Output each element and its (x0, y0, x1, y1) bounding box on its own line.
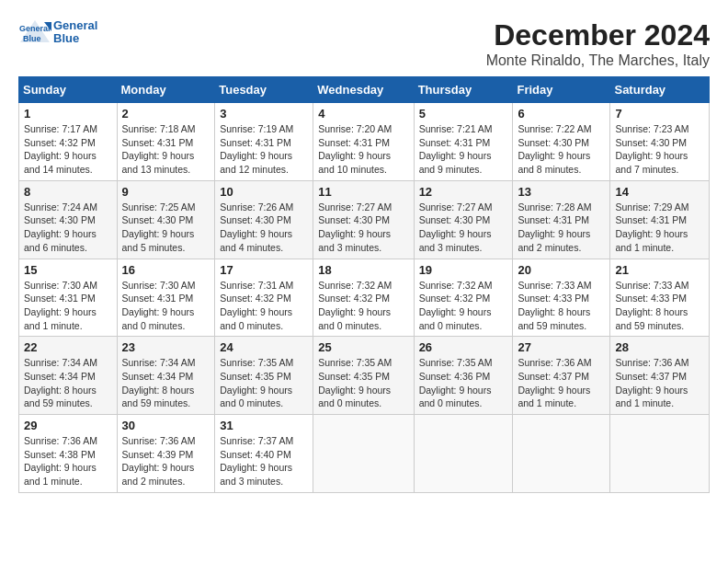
day-detail: Sunrise: 7:31 AMSunset: 4:32 PMDaylight:… (220, 280, 293, 331)
day-detail: Sunrise: 7:27 AMSunset: 4:30 PMDaylight:… (419, 201, 493, 253)
day-cell: 4 Sunrise: 7:20 AMSunset: 4:31 PMDayligh… (313, 103, 414, 181)
day-number: 7 (615, 107, 704, 121)
day-cell: 21 Sunrise: 7:33 AMSunset: 4:33 PMDaylig… (610, 259, 710, 337)
day-number: 5 (419, 107, 508, 121)
day-number: 9 (122, 185, 210, 199)
day-number: 15 (24, 263, 112, 277)
day-detail: Sunrise: 7:36 AMSunset: 4:37 PMDaylight:… (518, 357, 591, 408)
day-number: 30 (122, 419, 210, 432)
logo: General Blue General Blue (18, 18, 97, 46)
day-number: 17 (220, 263, 308, 277)
day-number: 19 (419, 263, 508, 277)
week-row-4: 22 Sunrise: 7:34 AMSunset: 4:34 PMDaylig… (19, 337, 710, 415)
week-row-1: 1 Sunrise: 7:17 AMSunset: 4:32 PMDayligh… (19, 103, 710, 181)
day-cell: 19 Sunrise: 7:32 AMSunset: 4:32 PMDaylig… (414, 259, 513, 337)
day-cell: 30 Sunrise: 7:36 AMSunset: 4:39 PMDaylig… (117, 415, 215, 493)
day-cell: 18 Sunrise: 7:32 AMSunset: 4:32 PMDaylig… (313, 259, 414, 337)
day-cell (513, 415, 610, 493)
title-block: December 2024 Monte Rinaldo, The Marches… (486, 18, 710, 69)
day-detail: Sunrise: 7:23 AMSunset: 4:30 PMDaylight:… (615, 123, 688, 175)
day-number: 25 (318, 340, 408, 354)
day-detail: Sunrise: 7:34 AMSunset: 4:34 PMDaylight:… (24, 357, 97, 408)
day-detail: Sunrise: 7:21 AMSunset: 4:31 PMDaylight:… (419, 123, 493, 175)
day-detail: Sunrise: 7:36 AMSunset: 4:37 PMDaylight:… (615, 357, 688, 408)
day-cell: 15 Sunrise: 7:30 AMSunset: 4:31 PMDaylig… (19, 259, 118, 337)
day-cell: 5 Sunrise: 7:21 AMSunset: 4:31 PMDayligh… (414, 103, 513, 181)
day-number: 18 (318, 263, 408, 277)
week-row-5: 29 Sunrise: 7:36 AMSunset: 4:38 PMDaylig… (19, 415, 710, 493)
day-cell: 22 Sunrise: 7:34 AMSunset: 4:34 PMDaylig… (19, 337, 118, 415)
day-number: 3 (220, 107, 308, 121)
day-number: 27 (518, 340, 605, 354)
header-day-wednesday: Wednesday (313, 77, 414, 103)
logo-text-blue: Blue (53, 32, 97, 45)
day-number: 11 (318, 185, 408, 199)
logo-icon: General Blue (18, 18, 51, 46)
day-number: 29 (24, 419, 112, 432)
day-cell: 6 Sunrise: 7:22 AMSunset: 4:30 PMDayligh… (513, 103, 610, 181)
day-detail: Sunrise: 7:17 AMSunset: 4:32 PMDaylight:… (24, 123, 97, 175)
day-cell (313, 415, 414, 493)
week-row-2: 8 Sunrise: 7:24 AMSunset: 4:30 PMDayligh… (19, 180, 710, 259)
day-cell: 31 Sunrise: 7:37 AMSunset: 4:40 PMDaylig… (215, 415, 313, 493)
day-cell: 17 Sunrise: 7:31 AMSunset: 4:32 PMDaylig… (215, 259, 313, 337)
day-detail: Sunrise: 7:26 AMSunset: 4:30 PMDaylight:… (220, 201, 293, 253)
day-number: 2 (122, 107, 210, 121)
day-number: 1 (24, 107, 112, 121)
day-number: 10 (220, 185, 308, 199)
day-detail: Sunrise: 7:22 AMSunset: 4:30 PMDaylight:… (518, 123, 591, 175)
calendar-table: SundayMondayTuesdayWednesdayThursdayFrid… (18, 76, 710, 493)
day-number: 23 (122, 340, 210, 354)
day-cell: 9 Sunrise: 7:25 AMSunset: 4:30 PMDayligh… (117, 180, 215, 259)
header-day-tuesday: Tuesday (215, 77, 313, 103)
main-title: December 2024 (486, 18, 710, 52)
header-day-sunday: Sunday (19, 77, 118, 103)
day-number: 8 (24, 185, 112, 199)
day-detail: Sunrise: 7:30 AMSunset: 4:31 PMDaylight:… (122, 280, 196, 331)
logo-text-general: General (53, 19, 97, 32)
day-detail: Sunrise: 7:30 AMSunset: 4:31 PMDaylight:… (24, 280, 97, 331)
header-row: SundayMondayTuesdayWednesdayThursdayFrid… (19, 77, 710, 103)
day-cell: 29 Sunrise: 7:36 AMSunset: 4:38 PMDaylig… (19, 415, 118, 493)
subtitle: Monte Rinaldo, The Marches, Italy (486, 52, 710, 69)
day-number: 22 (24, 340, 112, 354)
day-detail: Sunrise: 7:37 AMSunset: 4:40 PMDaylight:… (220, 435, 293, 487)
day-number: 26 (419, 340, 508, 354)
day-cell: 13 Sunrise: 7:28 AMSunset: 4:31 PMDaylig… (513, 180, 610, 259)
day-detail: Sunrise: 7:33 AMSunset: 4:33 PMDaylight:… (518, 280, 591, 331)
day-cell: 16 Sunrise: 7:30 AMSunset: 4:31 PMDaylig… (117, 259, 215, 337)
day-detail: Sunrise: 7:18 AMSunset: 4:31 PMDaylight:… (122, 123, 196, 175)
day-detail: Sunrise: 7:35 AMSunset: 4:35 PMDaylight:… (220, 357, 293, 408)
day-cell: 1 Sunrise: 7:17 AMSunset: 4:32 PMDayligh… (19, 103, 118, 181)
day-detail: Sunrise: 7:35 AMSunset: 4:35 PMDaylight:… (318, 357, 392, 408)
day-cell: 3 Sunrise: 7:19 AMSunset: 4:31 PMDayligh… (215, 103, 313, 181)
day-cell (610, 415, 710, 493)
day-cell: 25 Sunrise: 7:35 AMSunset: 4:35 PMDaylig… (313, 337, 414, 415)
day-number: 24 (220, 340, 308, 354)
day-detail: Sunrise: 7:36 AMSunset: 4:38 PMDaylight:… (24, 435, 97, 487)
day-detail: Sunrise: 7:32 AMSunset: 4:32 PMDaylight:… (419, 280, 493, 331)
day-number: 6 (518, 107, 605, 121)
day-detail: Sunrise: 7:34 AMSunset: 4:34 PMDaylight:… (122, 357, 196, 408)
day-cell: 2 Sunrise: 7:18 AMSunset: 4:31 PMDayligh… (117, 103, 215, 181)
day-number: 4 (318, 107, 408, 121)
day-cell: 24 Sunrise: 7:35 AMSunset: 4:35 PMDaylig… (215, 337, 313, 415)
day-detail: Sunrise: 7:35 AMSunset: 4:36 PMDaylight:… (419, 357, 493, 408)
day-detail: Sunrise: 7:20 AMSunset: 4:31 PMDaylight:… (318, 123, 392, 175)
day-detail: Sunrise: 7:25 AMSunset: 4:30 PMDaylight:… (122, 201, 196, 253)
day-number: 12 (419, 185, 508, 199)
day-detail: Sunrise: 7:36 AMSunset: 4:39 PMDaylight:… (122, 435, 196, 487)
day-number: 21 (615, 263, 704, 277)
header-day-friday: Friday (513, 77, 610, 103)
day-detail: Sunrise: 7:19 AMSunset: 4:31 PMDaylight:… (220, 123, 293, 175)
day-cell (414, 415, 513, 493)
svg-text:Blue: Blue (23, 34, 41, 43)
day-number: 28 (615, 340, 704, 354)
day-cell: 26 Sunrise: 7:35 AMSunset: 4:36 PMDaylig… (414, 337, 513, 415)
day-cell: 20 Sunrise: 7:33 AMSunset: 4:33 PMDaylig… (513, 259, 610, 337)
day-number: 16 (122, 263, 210, 277)
day-cell: 7 Sunrise: 7:23 AMSunset: 4:30 PMDayligh… (610, 103, 710, 181)
header-day-saturday: Saturday (610, 77, 710, 103)
day-cell: 8 Sunrise: 7:24 AMSunset: 4:30 PMDayligh… (19, 180, 118, 259)
svg-text:General: General (19, 24, 51, 33)
